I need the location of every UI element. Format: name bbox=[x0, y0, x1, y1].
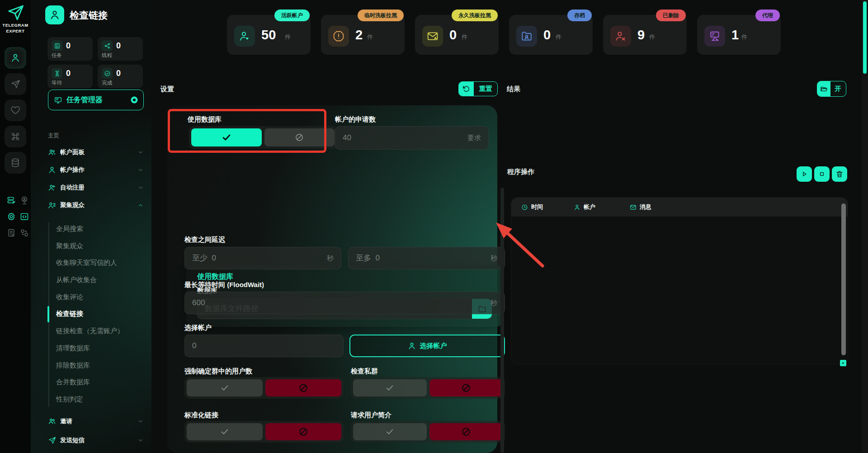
open-results-button[interactable]: 开 bbox=[817, 81, 846, 97]
section-home-label: 主页 bbox=[48, 132, 59, 140]
server-check-icon[interactable] bbox=[6, 195, 16, 205]
page-scrollbar-thumb[interactable] bbox=[863, 1, 867, 74]
column-time[interactable]: 时间 bbox=[521, 203, 543, 211]
sidebar-item-gather-audience[interactable]: 聚集观众 bbox=[48, 199, 144, 211]
delay-max-input[interactable] bbox=[356, 254, 487, 263]
status-card-deleted: 已删除 9 件 bbox=[603, 15, 687, 55]
toggle-yes-segment[interactable] bbox=[187, 379, 263, 396]
settings-scrollbar-track[interactable] bbox=[500, 188, 504, 453]
status-badge: 临时洗板拉黑 bbox=[358, 9, 404, 21]
rail-accounts-button[interactable] bbox=[5, 47, 26, 69]
person-icon bbox=[48, 166, 56, 174]
submenu-gender-detect[interactable]: 性别判定 bbox=[56, 395, 146, 404]
submenu-exclude-database[interactable]: 排除数据库 bbox=[56, 361, 146, 370]
chevron-down-icon bbox=[137, 149, 144, 156]
status-card-active-accounts: 活跃帐户 50 件 bbox=[227, 15, 311, 55]
reset-button[interactable]: 重置 bbox=[458, 81, 498, 96]
status-card-perm-ban: 永久洗板拉黑 0 件 bbox=[415, 15, 499, 55]
submenu-gather-audience[interactable]: 聚集观众 bbox=[56, 242, 146, 250]
column-message[interactable]: 消息 bbox=[630, 203, 651, 211]
check-private-toggle[interactable] bbox=[351, 377, 505, 399]
gear-icon[interactable] bbox=[6, 212, 16, 222]
clock-icon bbox=[521, 204, 528, 211]
toggle-no-segment[interactable] bbox=[429, 379, 503, 396]
chevron-down-icon bbox=[137, 437, 144, 444]
sidebar-item-account-actions[interactable]: 帐户操作 bbox=[48, 164, 144, 176]
rail-favorites-button[interactable] bbox=[5, 99, 26, 121]
chevron-down-icon bbox=[137, 418, 144, 425]
status-count: 50 bbox=[261, 28, 276, 42]
rail-send-button[interactable] bbox=[5, 73, 26, 95]
submenu-global-search[interactable]: 全局搜索 bbox=[56, 225, 146, 233]
status-badge: 已删除 bbox=[656, 9, 686, 21]
toggle-yes-segment[interactable] bbox=[353, 379, 427, 396]
toggle-yes-segment[interactable] bbox=[187, 423, 263, 440]
floodwait-input[interactable] bbox=[192, 298, 487, 307]
status-card-proxy: 代理 1 件 bbox=[697, 15, 781, 55]
submenu-clean-database[interactable]: 清理数据库 bbox=[56, 344, 146, 353]
submenu-check-links-active[interactable]: 检查链接 bbox=[56, 310, 146, 318]
select-account-button[interactable]: 选择帐户 bbox=[349, 335, 505, 357]
submenu-collect-comments[interactable]: 收集评论 bbox=[56, 293, 146, 302]
document-check-icon[interactable] bbox=[6, 228, 16, 238]
account-count-input[interactable] bbox=[192, 341, 336, 350]
request-bio-toggle[interactable] bbox=[351, 421, 505, 443]
status-card-temp-ban: 临时洗板拉黑 2 件 bbox=[321, 15, 405, 55]
operations-table-header: 时间 帐户 消息 bbox=[511, 198, 848, 217]
status-unit: 件 bbox=[285, 33, 291, 41]
sidebar-item-auto-register[interactable]: 自动注册 bbox=[48, 182, 144, 193]
submenu-collect-chat-writers[interactable]: 收集聊天室写信的人 bbox=[56, 259, 146, 267]
task-manager-button[interactable]: 任务管理器 bbox=[48, 90, 144, 110]
command-icon bbox=[10, 132, 20, 142]
chevron-up-icon bbox=[137, 202, 144, 208]
settings-panel: 使用数据库 帐户的申请数 要求 使用数据库 数据库 检查之间延迟 秒 秒 bbox=[167, 105, 497, 453]
toggle-yes-segment[interactable] bbox=[353, 423, 427, 440]
alert-octagon-icon bbox=[328, 26, 349, 47]
results-title: 结果 bbox=[507, 85, 520, 94]
swap-blocks-icon[interactable] bbox=[19, 228, 29, 238]
mail-warning-icon bbox=[422, 26, 443, 47]
rail-commands-button[interactable] bbox=[5, 126, 26, 147]
task-manager-label: 任务管理器 bbox=[66, 95, 127, 105]
submenu-merge-database[interactable]: 合并数据库 bbox=[56, 378, 146, 387]
tasks-icon bbox=[52, 40, 62, 51]
toggle-no-segment[interactable] bbox=[265, 423, 341, 440]
account-count-wrap bbox=[184, 335, 344, 357]
users-icon bbox=[48, 148, 56, 156]
table-scrollbar-thumb[interactable] bbox=[841, 203, 846, 355]
seconds-unit: 秒 bbox=[327, 254, 334, 263]
check-private-label: 检查私群 bbox=[351, 367, 378, 376]
requests-input[interactable] bbox=[343, 133, 464, 142]
status-count: 2 bbox=[355, 28, 363, 42]
submenu-collect-from-accounts[interactable]: 从帐户收集合 bbox=[56, 276, 146, 284]
clear-log-button[interactable] bbox=[832, 166, 847, 182]
status-badge: 活跃帐户 bbox=[274, 9, 310, 21]
table-resize-handle[interactable] bbox=[840, 360, 846, 366]
toggle-no-segment[interactable] bbox=[265, 379, 341, 396]
sidebar-item-invite[interactable]: 邀请 bbox=[48, 415, 144, 427]
requests-suffix: 要求 bbox=[467, 134, 481, 142]
status-badge: 代理 bbox=[755, 9, 780, 21]
stop-button[interactable] bbox=[814, 166, 830, 182]
rail-database-button[interactable] bbox=[5, 152, 26, 174]
stat-value: 0 bbox=[116, 41, 121, 51]
db-subpanel-title: 使用数据库 bbox=[197, 272, 233, 282]
person-icon bbox=[10, 53, 20, 63]
column-account[interactable]: 帐户 bbox=[574, 203, 595, 211]
submenu-link-check-no-account[interactable]: 链接检查（无需账户） bbox=[56, 327, 146, 335]
sidebar-item-send-sms[interactable]: 发送短信 bbox=[48, 434, 144, 446]
run-button[interactable] bbox=[797, 166, 812, 182]
page-scrollbar-track[interactable] bbox=[862, 0, 868, 453]
select-account-button-label: 选择帐户 bbox=[420, 342, 447, 350]
person-webcam-icon[interactable] bbox=[19, 195, 29, 205]
settings-title: 设置 bbox=[160, 85, 174, 94]
stat-label: 等待 bbox=[52, 80, 89, 86]
toggle-no-segment[interactable] bbox=[429, 423, 503, 440]
code-window-icon[interactable] bbox=[19, 212, 29, 222]
force-users-toggle[interactable] bbox=[184, 377, 344, 399]
main-content: 活跃帐户 50 件 临时洗板拉黑 2 件 永久洗板拉黑 0 件 存档 0 件 已… bbox=[151, 0, 868, 453]
normalize-links-toggle[interactable] bbox=[184, 421, 344, 443]
sidebar-item-account-panel[interactable]: 帐户面板 bbox=[48, 146, 144, 158]
stat-card-done: 0 完成 bbox=[98, 65, 143, 88]
delay-min-input[interactable] bbox=[192, 254, 323, 263]
